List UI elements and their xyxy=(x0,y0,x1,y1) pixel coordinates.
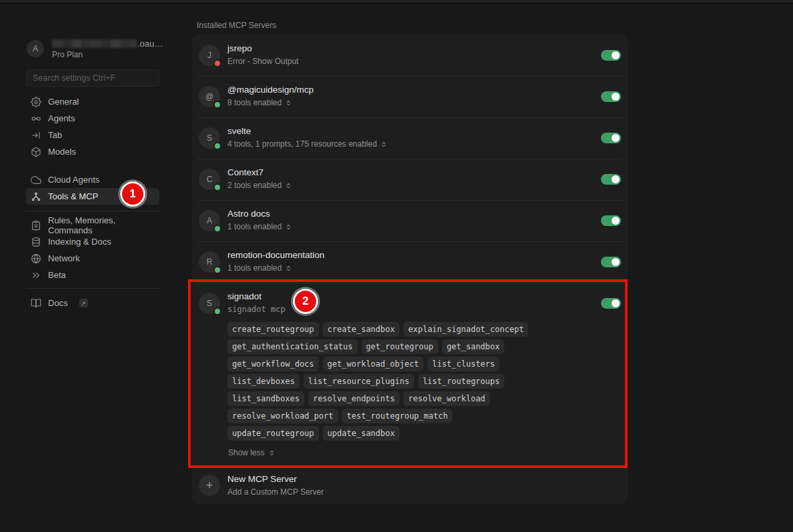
sidebar-item-network[interactable]: Network xyxy=(26,250,159,267)
user-name-suffix: .oau… xyxy=(137,39,163,49)
settings-sidebar: A .oau… Pro Plan General Agents Tab Mode… xyxy=(0,3,187,532)
server-name: svelte xyxy=(227,126,251,137)
sidebar-item-tab[interactable]: Tab xyxy=(26,127,159,143)
chevrons-right-icon xyxy=(31,270,41,281)
new-mcp-server-button[interactable]: + New MCP Server Add a Custom MCP Server xyxy=(192,467,628,504)
new-server-subtitle: Add a Custom MCP Server xyxy=(227,487,324,497)
sidebar-item-general[interactable]: General xyxy=(26,93,159,110)
status-dot-error xyxy=(213,59,221,67)
sidebar-item-label: Network xyxy=(48,253,80,263)
nav-group-tertiary: Rules, Memories, Commands Indexing & Doc… xyxy=(26,217,159,283)
tab-arrow-icon xyxy=(31,130,41,141)
sidebar-item-label: Indexing & Docs xyxy=(48,237,111,247)
mcp-server-row-remotion-documentation[interactable]: R remotion-documentation 1 tools enabled xyxy=(192,241,628,283)
infinity-icon xyxy=(31,113,41,124)
server-avatar-letter: R xyxy=(207,257,213,267)
external-link-glyph: ↗ xyxy=(81,300,86,307)
server-avatar: R xyxy=(199,251,220,273)
server-status-line[interactable]: 1 tools enabled xyxy=(227,222,292,231)
server-subtitle: 1 tools enabled xyxy=(227,222,281,231)
server-toggle[interactable] xyxy=(601,174,621,185)
toggle-knob xyxy=(612,51,620,59)
mcp-server-row-astro-docs[interactable]: A Astro docs 1 tools enabled xyxy=(192,200,628,241)
user-avatar: A xyxy=(27,40,44,57)
server-avatar: A xyxy=(199,210,220,231)
plus-glyph: + xyxy=(206,479,213,493)
plan-label: Pro Plan xyxy=(52,50,83,59)
server-name: Astro docs xyxy=(227,209,270,219)
server-avatar-letter: J xyxy=(207,51,211,60)
sidebar-item-label: Beta xyxy=(48,270,66,280)
unfold-icon[interactable] xyxy=(285,223,292,231)
annotation-badge-2: 2 xyxy=(293,289,318,314)
divider xyxy=(26,288,159,289)
sidebar-item-label: Rules, Memories, Commands xyxy=(48,215,159,235)
nav-group-primary: General Agents Tab Models xyxy=(26,93,159,160)
sidebar-item-label: Cloud Agents xyxy=(48,175,99,185)
server-avatar: C xyxy=(199,169,220,190)
unfold-icon[interactable] xyxy=(285,99,292,107)
server-status-line[interactable]: 4 tools, 1 prompts, 175 resources enable… xyxy=(227,139,387,149)
server-avatar-letter: @ xyxy=(205,92,213,101)
server-name: jsrepo xyxy=(227,43,252,54)
external-link-icon: ↗ xyxy=(79,299,88,307)
mcp-server-row-magicuidesign[interactable]: @ @magicuidesign/mcp 8 tools enabled xyxy=(192,76,628,117)
sidebar-item-beta[interactable]: Beta xyxy=(26,267,159,283)
sidebar-item-docs[interactable]: Docs ↗ xyxy=(26,295,159,311)
server-toggle[interactable] xyxy=(601,215,621,226)
database-icon xyxy=(31,237,41,247)
server-avatar-letter: S xyxy=(207,133,212,143)
toggle-knob xyxy=(612,93,620,101)
clipboard-icon xyxy=(31,220,41,231)
server-name: @magicuidesign/mcp xyxy=(227,85,313,95)
annotation-box-2 xyxy=(188,279,628,468)
cloud-icon xyxy=(31,175,41,185)
sidebar-item-label: Agents xyxy=(48,113,75,123)
status-dot-ok xyxy=(213,266,221,274)
gear-icon xyxy=(31,97,41,107)
new-server-title: New MCP Server xyxy=(227,474,297,484)
server-status-line[interactable]: 8 tools enabled xyxy=(227,98,292,107)
sidebar-item-rules-memories-commands[interactable]: Rules, Memories, Commands xyxy=(26,217,159,233)
server-avatar-letter: C xyxy=(207,175,213,184)
server-name: Context7 xyxy=(227,167,263,178)
nav-group-docs: Docs ↗ xyxy=(26,295,159,311)
server-toggle[interactable] xyxy=(601,91,621,102)
cube-icon xyxy=(31,147,41,157)
toggle-knob xyxy=(612,217,620,225)
sidebar-item-label: Tools & MCP xyxy=(48,191,98,201)
server-name: remotion-documentation xyxy=(227,250,325,261)
sidebar-item-label: Docs xyxy=(48,298,68,308)
server-subtitle: 8 tools enabled xyxy=(227,98,281,107)
server-avatar: S xyxy=(199,127,220,149)
mcp-server-row-svelte[interactable]: S svelte 4 tools, 1 prompts, 175 resourc… xyxy=(192,117,628,159)
unfold-icon[interactable] xyxy=(285,265,292,272)
status-dot-ok xyxy=(213,101,221,109)
sidebar-item-agents[interactable]: Agents xyxy=(26,110,159,127)
server-status-line[interactable]: 2 tools enabled xyxy=(227,181,292,190)
status-dot-ok xyxy=(213,225,221,233)
sidebar-item-label: General xyxy=(48,97,79,107)
server-avatar: @ xyxy=(199,86,220,107)
mcp-server-row-context7[interactable]: C Context7 2 tools enabled xyxy=(192,159,628,200)
server-toggle[interactable] xyxy=(601,50,621,61)
status-dot-ok xyxy=(213,183,221,191)
server-toggle[interactable] xyxy=(601,257,621,267)
server-toggle[interactable] xyxy=(601,133,621,143)
server-subtitle[interactable]: Error - Show Output xyxy=(227,57,299,66)
server-avatar: J xyxy=(199,45,220,66)
toggle-knob xyxy=(612,175,620,183)
globe-icon xyxy=(31,253,41,264)
server-status-line[interactable]: Error - Show Output xyxy=(227,57,299,66)
server-status-line[interactable]: 1 tools enabled xyxy=(227,263,292,273)
toggle-knob xyxy=(612,258,620,266)
user-name-redacted xyxy=(52,39,137,48)
unfold-icon[interactable] xyxy=(380,141,387,148)
search-settings-input[interactable] xyxy=(26,69,159,87)
sidebar-item-indexing-docs[interactable]: Indexing & Docs xyxy=(26,233,159,250)
book-open-icon xyxy=(31,298,41,309)
sidebar-item-label: Tab xyxy=(48,130,62,140)
sidebar-item-models[interactable]: Models xyxy=(26,143,159,160)
mcp-server-row-jsrepo[interactable]: J jsrepo Error - Show Output xyxy=(192,35,628,76)
unfold-icon[interactable] xyxy=(285,182,292,189)
